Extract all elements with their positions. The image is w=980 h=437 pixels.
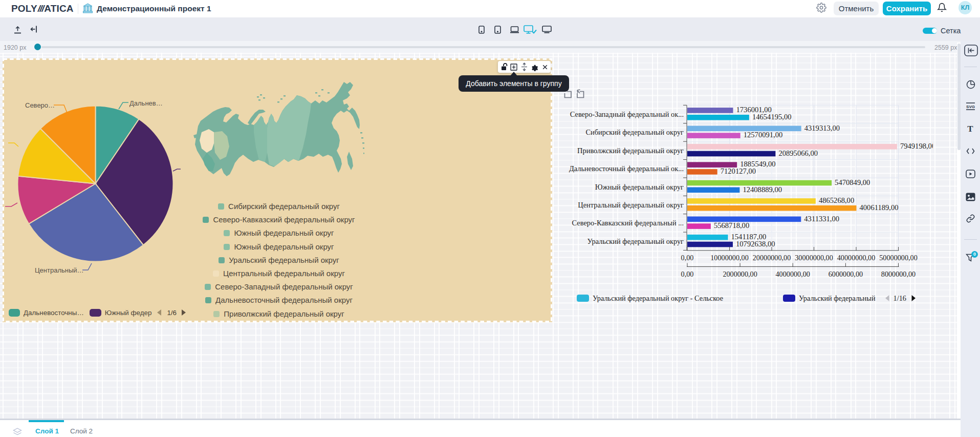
svg-text:4311331,00: 4311331,00 — [804, 215, 839, 223]
svg-text:6000000,00: 6000000,00 — [829, 270, 863, 278]
svg-text:10792638,00: 10792638,00 — [736, 240, 775, 248]
svg-text:50000000,00: 50000000,00 — [879, 254, 917, 262]
svg-text:30000000,00: 30000000,00 — [795, 254, 833, 262]
svg-text:Южный федеральный округ: Южный федеральный округ — [595, 183, 684, 191]
svg-text:10000000,00: 10000000,00 — [710, 254, 748, 262]
svg-text:40000000,00: 40000000,00 — [837, 254, 875, 262]
svg-text:Центральный федеральный округ: Центральный федеральный округ — [578, 201, 684, 209]
svg-text:7120127,00: 7120127,00 — [721, 167, 756, 175]
svg-text:SVG: SVG — [966, 105, 975, 109]
svg-text:12570091,00: 12570091,00 — [744, 131, 783, 139]
svg-text:5470849,00: 5470849,00 — [835, 178, 870, 186]
svg-text:40061189,00: 40061189,00 — [860, 203, 899, 212]
svg-text:Сибирский федеральный округ: Сибирский федеральный округ — [585, 128, 684, 136]
svg-text:5568718,00: 5568718,00 — [714, 221, 749, 230]
svg-text:Уральский федеральный округ: Уральский федеральный округ — [587, 237, 684, 245]
svg-text:20000000,00: 20000000,00 — [753, 254, 791, 262]
svg-text:Северо-Кавказский федеральный: Северо-Кавказский федеральный ... — [572, 219, 684, 227]
svg-text:4319313,00: 4319313,00 — [804, 124, 840, 132]
svg-text:8000000,00: 8000000,00 — [881, 270, 916, 278]
svg-text:Приволжский федеральный округ: Приволжский федеральный округ — [577, 147, 684, 155]
svg-text:12408889,00: 12408889,00 — [743, 185, 782, 194]
svg-text:0,00: 0,00 — [681, 254, 694, 262]
svg-text:14654195,00: 14654195,00 — [752, 113, 792, 121]
svg-text:Дальневосточный федеральный ок: Дальневосточный федеральный ок... — [569, 164, 684, 173]
svg-text:2000000,00: 2000000,00 — [723, 270, 757, 278]
svg-text:0,00: 0,00 — [681, 270, 694, 278]
svg-text:7949198,00: 7949198,00 — [900, 142, 933, 150]
svg-text:4865268,00: 4865268,00 — [819, 196, 854, 204]
svg-text:4000000,00: 4000000,00 — [776, 270, 810, 278]
svg-text:20895066,00: 20895066,00 — [778, 149, 818, 157]
svg-text:Северо-Западный федеральный ок: Северо-Западный федеральный ок... — [570, 110, 684, 118]
